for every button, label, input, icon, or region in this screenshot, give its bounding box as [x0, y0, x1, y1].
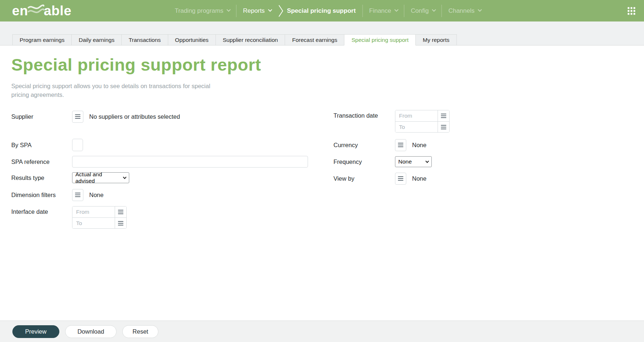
dimension-filters-button[interactable] [72, 189, 83, 201]
chevron-down-icon [226, 7, 230, 11]
page-title: Special pricing support report [11, 55, 261, 75]
view-by-value: None [412, 175, 426, 182]
results-type-row: Results type Actual and advised [11, 172, 129, 183]
interface-date-label: Interface date [11, 206, 72, 229]
frequency-label: Frequency [333, 158, 395, 165]
transaction-date-from-input[interactable] [395, 110, 438, 121]
spa-reference-input[interactable] [72, 156, 308, 168]
results-type-select[interactable]: Actual and advised [72, 172, 129, 183]
frequency-select[interactable]: None [395, 156, 432, 167]
supplier-label: Supplier [11, 113, 72, 120]
hamburger-icon [441, 115, 446, 116]
hamburger-icon [118, 223, 123, 224]
wave-logo-icon [28, 3, 44, 19]
main-navigation: Trading programs Reports Special pricing… [168, 0, 487, 21]
by-spa-label: By SPA [11, 142, 72, 149]
supplier-picker-button[interactable] [72, 111, 83, 123]
dimension-filters-label: Dimension filters [11, 192, 72, 198]
hamburger-icon [398, 178, 403, 179]
currency-row: Currency None [333, 138, 426, 152]
view-by-row: View by None [333, 172, 426, 185]
app-grid-icon[interactable] [628, 7, 635, 15]
frequency-row: Frequency None [333, 156, 432, 168]
chevron-down-icon [268, 7, 272, 11]
transaction-date-to-input[interactable] [395, 122, 438, 132]
nav-item-channels[interactable]: Channels [442, 7, 487, 15]
transaction-date-row: Transaction date [333, 110, 450, 133]
reset-button[interactable]: Reset [122, 325, 158, 338]
view-by-picker-button[interactable] [395, 173, 406, 185]
chevron-down-icon [123, 175, 127, 179]
tab-daily-earnings[interactable]: Daily earnings [71, 34, 122, 46]
spa-reference-row: SPA reference [11, 156, 308, 168]
dimension-filters-value: None [89, 192, 103, 198]
action-footer: Preview Download Reset [0, 321, 644, 342]
transaction-date-label: Transaction date [333, 110, 395, 133]
by-spa-row: By SPA [11, 138, 83, 152]
nav-breadcrumb-special-pricing-support[interactable]: Special pricing support [284, 7, 362, 15]
nav-item-config[interactable]: Config [404, 7, 442, 15]
top-navbar: en able Trading programs Reports [0, 0, 644, 21]
interface-date-to-menu-button[interactable] [115, 218, 126, 228]
interface-date-group [72, 206, 127, 229]
tab-forecast-earnings[interactable]: Forecast earnings [285, 34, 344, 46]
transaction-date-group [395, 110, 450, 133]
results-type-label: Results type [11, 174, 72, 181]
enable-logo[interactable]: en able [12, 3, 71, 19]
currency-label: Currency [333, 142, 395, 149]
hamburger-icon [441, 127, 446, 127]
nav-item-reports[interactable]: Reports [237, 7, 278, 15]
transaction-date-from-menu-button[interactable] [438, 110, 449, 121]
tab-transactions[interactable]: Transactions [121, 34, 168, 46]
dimension-filters-row: Dimension filters None [11, 189, 103, 201]
interface-date-row: Interface date [11, 206, 127, 229]
nav-item-trading-programs[interactable]: Trading programs [168, 7, 236, 15]
hamburger-icon [398, 145, 403, 145]
breadcrumb-chevron-icon [278, 4, 283, 17]
view-by-label: View by [333, 175, 395, 182]
chevron-down-icon [432, 7, 436, 11]
hamburger-icon [118, 212, 123, 212]
chevron-down-icon [426, 159, 429, 163]
report-tabs: Program earnings Daily earnings Transact… [12, 34, 457, 46]
transaction-date-to-menu-button[interactable] [438, 122, 449, 132]
tab-opportunities[interactable]: Opportunities [168, 34, 216, 46]
currency-picker-button[interactable] [395, 139, 406, 151]
interface-date-to-input[interactable] [72, 218, 115, 228]
logo-text-prefix: en [12, 3, 28, 19]
tab-special-pricing-support[interactable]: Special pricing support [344, 34, 416, 46]
tab-supplier-reconciliation[interactable]: Supplier reconciliation [216, 34, 285, 46]
tab-program-earnings[interactable]: Program earnings [12, 34, 72, 46]
hamburger-icon [75, 116, 80, 117]
download-button[interactable]: Download [65, 325, 116, 338]
hamburger-icon [75, 194, 80, 195]
chevron-down-icon [478, 7, 482, 11]
supplier-value: No suppliers or attributes selected [89, 113, 180, 120]
tab-my-reports[interactable]: My reports [415, 34, 457, 46]
currency-value: None [412, 142, 426, 149]
chevron-down-icon [394, 7, 398, 11]
app-window: en able Trading programs Reports [0, 0, 644, 342]
tab-band: Program earnings Daily earnings Transact… [0, 21, 644, 46]
preview-button[interactable]: Preview [12, 325, 59, 338]
page-description: Special pricing support allows you to se… [11, 82, 226, 99]
interface-date-from-input[interactable] [72, 207, 115, 217]
logo-text-suffix: able [44, 3, 71, 19]
nav-item-finance[interactable]: Finance [363, 7, 404, 15]
supplier-row: Supplier No suppliers or attributes sele… [11, 110, 180, 123]
spa-reference-label: SPA reference [11, 158, 72, 165]
interface-date-from-menu-button[interactable] [115, 207, 126, 217]
by-spa-checkbox[interactable] [72, 139, 83, 151]
